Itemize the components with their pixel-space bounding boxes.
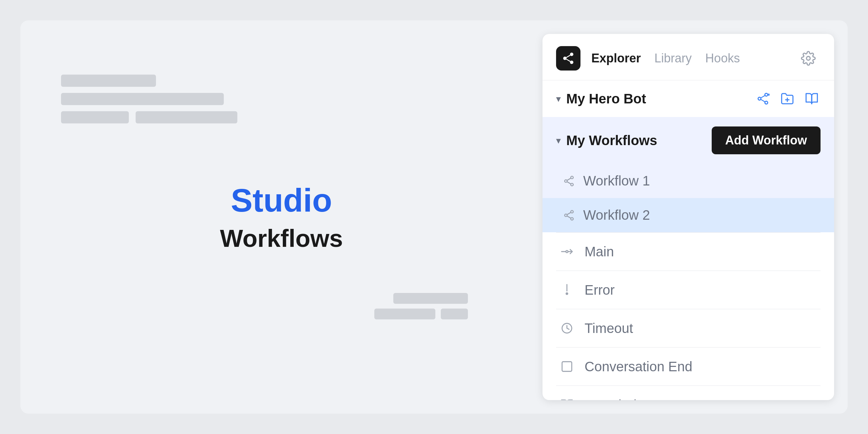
knowledge-base-label: Knowledge Base [585, 397, 686, 400]
svg-point-0 [570, 53, 573, 56]
main-container: Studio Workflows [20, 20, 848, 414]
add-workflow-button[interactable]: Add Workflow [712, 126, 821, 154]
svg-line-4 [566, 55, 570, 58]
bot-library-icon[interactable] [803, 90, 821, 107]
knowledge-base-icon [559, 397, 575, 400]
bot-add-folder-icon[interactable] [778, 90, 796, 107]
svg-line-9 [761, 100, 765, 102]
right-panel: Explorer Library Hooks ▾ My Hero Bot [542, 34, 834, 400]
bot-row: ▾ My Hero Bot [542, 80, 834, 117]
conversation-end-label: Conversation End [585, 359, 692, 374]
workflow-1-name: Workflow 1 [583, 173, 650, 189]
tab-hooks[interactable]: Hooks [705, 51, 740, 65]
svg-point-8 [765, 101, 768, 104]
left-area: Studio Workflows [20, 20, 542, 414]
tab-explorer[interactable]: Explorer [591, 51, 641, 65]
timeout-icon [559, 320, 575, 336]
system-item-main[interactable]: Main [542, 233, 834, 271]
svg-point-7 [758, 97, 761, 100]
app-icon [556, 46, 580, 71]
bot-add-workflow-icon[interactable] [754, 90, 772, 107]
system-item-knowledge-base[interactable]: Knowledge Base [542, 386, 834, 400]
svg-line-10 [761, 96, 765, 98]
workflow-item-2[interactable]: Workflow 2 [542, 198, 834, 232]
timeout-label: Timeout [585, 321, 633, 336]
main-label: Main [585, 244, 614, 259]
svg-rect-31 [562, 362, 572, 372]
workflows-subtitle: Workflows [220, 224, 343, 252]
workflows-section-title: My Workflows [566, 133, 657, 148]
conversation-end-icon [559, 358, 575, 375]
panel-header: Explorer Library Hooks [542, 34, 834, 80]
tab-library[interactable]: Library [654, 51, 692, 65]
svg-point-29 [566, 293, 568, 295]
svg-line-3 [566, 59, 570, 62]
settings-button[interactable] [799, 49, 818, 68]
svg-line-24 [567, 212, 571, 214]
workflows-header-left: ▾ My Workflows [556, 133, 706, 148]
svg-line-23 [567, 216, 571, 218]
workflows-header: ▾ My Workflows Add Workflow [542, 117, 834, 164]
nav-tabs: Explorer Library Hooks [591, 51, 788, 65]
bot-row-left: ▾ My Hero Bot [556, 91, 749, 106]
workflows-section: ▾ My Workflows Add Workflow [542, 117, 834, 232]
workflow-1-icon [561, 174, 576, 189]
system-item-timeout[interactable]: Timeout [542, 309, 834, 347]
workflows-chevron-icon: ▾ [556, 135, 561, 146]
placeholder-bars-bottom [374, 293, 468, 326]
studio-title: Studio [220, 182, 343, 219]
workflow-2-name: Workflow 2 [583, 208, 650, 223]
system-item-error[interactable]: Error [542, 271, 834, 309]
svg-point-1 [563, 57, 567, 60]
svg-point-6 [765, 93, 768, 96]
svg-line-18 [567, 182, 571, 184]
workflow-item-1[interactable]: Workflow 1 [542, 164, 834, 198]
error-icon [559, 282, 575, 298]
system-item-conversation-end[interactable]: Conversation End [542, 348, 834, 386]
bot-chevron-icon: ▾ [556, 93, 561, 104]
bot-name: My Hero Bot [566, 91, 646, 106]
studio-branding: Studio Workflows [220, 182, 343, 252]
error-label: Error [585, 282, 615, 298]
svg-line-19 [567, 178, 571, 180]
svg-point-5 [807, 57, 810, 60]
placeholder-bars-top [61, 75, 237, 131]
workflow-2-icon [561, 208, 576, 223]
panel-body: ▾ My Hero Bot [542, 80, 834, 400]
bot-actions [754, 90, 821, 107]
main-icon [559, 243, 575, 260]
svg-point-2 [570, 61, 573, 64]
